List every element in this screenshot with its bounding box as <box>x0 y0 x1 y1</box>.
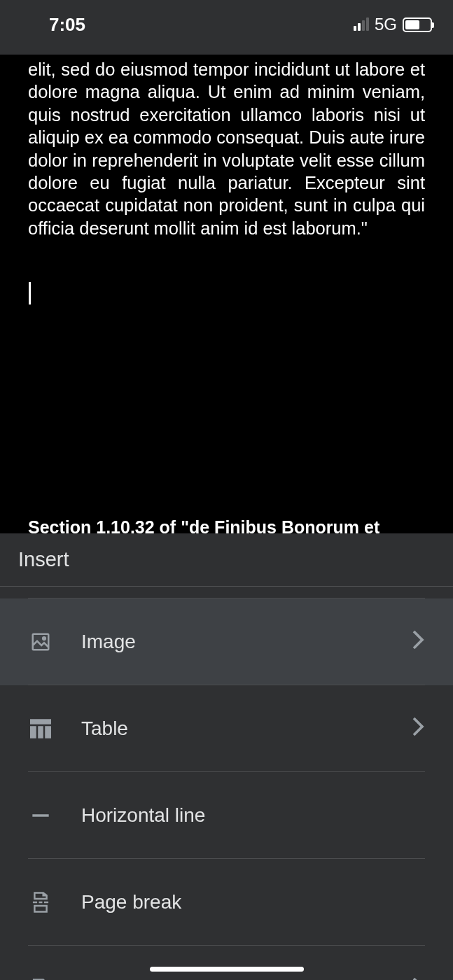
svg-point-1 <box>43 637 46 640</box>
signal-icon <box>354 18 369 31</box>
menu-item-label: Horizontal line <box>81 804 425 827</box>
document-editor[interactable]: elit, sed do eiusmod tempor incididunt u… <box>0 55 453 533</box>
chevron-right-icon <box>411 976 425 981</box>
menu-item-table[interactable]: Table <box>0 685 453 772</box>
battery-icon <box>403 18 432 32</box>
network-label: 5G <box>375 15 397 34</box>
clipped-item <box>28 587 425 598</box>
section-heading[interactable]: Section 1.10.32 of "de Finibus Bonorum e… <box>28 517 379 533</box>
table-icon <box>28 716 53 741</box>
menu-item-label: Page break <box>81 891 425 913</box>
insert-panel: Insert Image <box>0 533 453 980</box>
horizontal-line-icon <box>28 803 53 828</box>
menu-item-image[interactable]: Image <box>0 598 453 685</box>
chevron-right-icon <box>411 629 425 655</box>
menu-item-label: Image <box>81 631 411 653</box>
insert-menu-list[interactable]: Image Table <box>0 587 453 980</box>
text-cursor <box>29 282 31 304</box>
svg-rect-5 <box>45 726 51 738</box>
svg-rect-2 <box>30 719 51 724</box>
image-icon <box>28 629 53 654</box>
svg-rect-3 <box>30 726 36 738</box>
page-break-icon <box>28 890 53 915</box>
menu-item-horizontal-line[interactable]: Horizontal line <box>0 772 453 859</box>
menu-item-label: Table <box>81 718 411 740</box>
status-bar: 7:05 5G <box>0 0 453 55</box>
page-number-icon: 1 <box>28 976 53 980</box>
menu-item-page-number[interactable]: 1 Page number <box>0 946 453 980</box>
menu-item-page-break[interactable]: Page break <box>0 859 453 946</box>
home-indicator[interactable] <box>150 967 304 972</box>
chevron-right-icon <box>411 716 425 742</box>
document-body-text[interactable]: elit, sed do eiusmod tempor incididunt u… <box>28 58 425 239</box>
svg-rect-4 <box>38 726 43 738</box>
insert-panel-title: Insert <box>0 533 453 587</box>
status-time: 7:05 <box>49 14 85 36</box>
status-indicators: 5G <box>354 15 432 34</box>
